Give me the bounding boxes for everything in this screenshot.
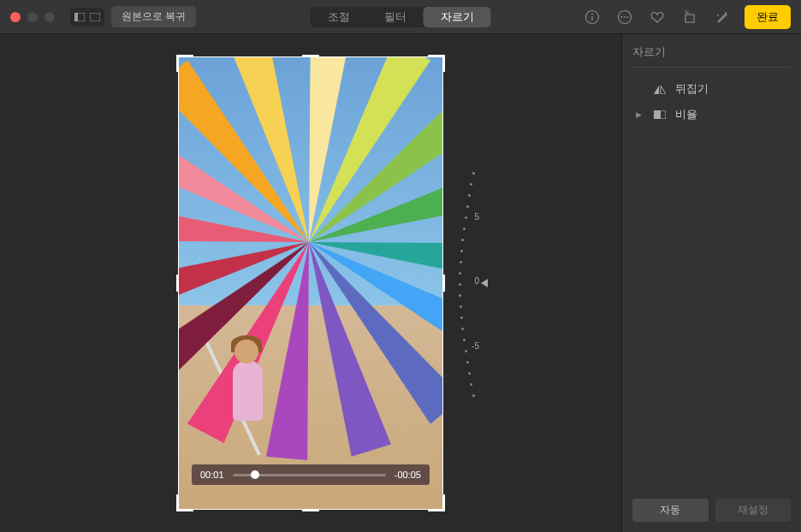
dial-tick <box>459 294 461 297</box>
scrubber-thumb[interactable] <box>251 470 259 479</box>
crop-sidebar: 자르기 뒤집기 ▶ 비율 자동 재설정 <box>621 34 801 532</box>
svg-rect-1 <box>74 13 78 21</box>
dial-tick <box>460 261 462 263</box>
dial-label-pos5: 5 <box>474 212 479 222</box>
sidebar-item-flip[interactable]: 뒤집기 <box>632 76 791 102</box>
more-icon[interactable] <box>614 7 635 27</box>
flip-icon <box>653 84 667 94</box>
crop-handle-tl[interactable] <box>176 55 179 72</box>
crop-handle-tl[interactable] <box>176 55 193 57</box>
video-scrubber[interactable]: 00:01 -00:05 <box>192 464 430 485</box>
rotation-dial[interactable]: 5 0 -5 <box>454 172 488 394</box>
svg-point-9 <box>627 16 629 18</box>
view-toggle[interactable] <box>70 8 104 27</box>
dial-tick <box>460 250 463 252</box>
chevron-right-icon: ▶ <box>636 110 644 119</box>
auto-button[interactable]: 자동 <box>632 499 709 522</box>
svg-rect-2 <box>90 13 100 21</box>
dial-tick <box>466 205 469 208</box>
tab-filters[interactable]: 필터 <box>367 7 424 27</box>
dial-tick <box>470 383 472 386</box>
crop-handle-bl[interactable] <box>176 509 193 511</box>
crop-handle-bottom[interactable] <box>302 509 319 511</box>
toolbar-right: 완료 <box>582 5 791 29</box>
app-window: 원본으로 복귀 조절 필터 자르기 완료 <box>0 0 801 532</box>
dial-tick <box>468 194 471 197</box>
dial-tick <box>460 305 462 308</box>
rotate-icon[interactable] <box>679 7 700 27</box>
sidebar-item-label: 뒤집기 <box>675 81 709 97</box>
svg-rect-12 <box>654 110 661 119</box>
aspect-icon <box>653 110 667 119</box>
info-icon[interactable] <box>582 7 602 27</box>
sidebar-toggle-icon[interactable] <box>72 9 87 25</box>
dial-tick <box>465 350 467 352</box>
photo-umbrella <box>178 85 443 401</box>
tab-crop[interactable]: 자르기 <box>424 7 491 27</box>
dial-label-zero: 0 <box>474 276 479 286</box>
content-area: 00:01 -00:05 <box>0 34 801 532</box>
dial-tick <box>461 239 464 241</box>
dial-marker-icon[interactable] <box>481 279 488 287</box>
maximize-button[interactable] <box>44 12 55 22</box>
tab-adjust[interactable]: 조절 <box>311 7 367 27</box>
svg-rect-5 <box>591 16 592 21</box>
edit-tabs: 조절 필터 자르기 <box>311 7 491 27</box>
canvas-area: 00:01 -00:05 <box>0 34 621 532</box>
dial-tick <box>465 216 467 219</box>
sidebar-footer: 자동 재설정 <box>632 490 791 522</box>
sidebar-item-aspect[interactable]: ▶ 비율 <box>632 102 791 127</box>
crop-frame[interactable]: 00:01 -00:05 <box>178 56 443 510</box>
revert-button[interactable]: 원본으로 복귀 <box>111 6 196 27</box>
titlebar: 원본으로 복귀 조절 필터 자르기 완료 <box>0 0 801 34</box>
remaining-time-label: -00:05 <box>395 470 421 480</box>
dial-tick <box>459 283 461 286</box>
fullview-toggle-icon[interactable] <box>87 9 103 25</box>
crop-handle-bl[interactable] <box>176 494 179 511</box>
favorite-icon[interactable] <box>647 7 668 27</box>
scrubber-track[interactable] <box>233 474 386 476</box>
svg-point-8 <box>624 16 626 18</box>
crop-handle-top[interactable] <box>302 55 319 57</box>
dial-tick <box>460 316 463 319</box>
dial-tick <box>472 172 475 174</box>
window-controls <box>10 12 55 22</box>
dial-tick <box>470 183 472 186</box>
svg-rect-10 <box>685 15 694 22</box>
svg-point-4 <box>591 13 593 15</box>
crop-handle-br[interactable] <box>442 494 445 511</box>
crop-handle-tr[interactable] <box>442 55 445 72</box>
crop-handle-left[interactable] <box>176 275 179 292</box>
dial-tick <box>463 228 466 230</box>
current-time-label: 00:01 <box>200 470 224 480</box>
svg-point-7 <box>621 16 623 18</box>
close-button[interactable] <box>10 12 21 22</box>
sidebar-item-label: 비율 <box>675 107 697 122</box>
dial-tick <box>466 361 469 364</box>
done-button[interactable]: 완료 <box>745 5 791 29</box>
crop-handle-right[interactable] <box>442 275 445 292</box>
enhance-icon[interactable] <box>712 7 733 27</box>
dial-tick <box>461 328 464 330</box>
dial-tick <box>463 339 466 341</box>
minimize-button[interactable] <box>27 12 38 22</box>
dial-label-neg5: -5 <box>472 341 479 351</box>
dial-tick <box>472 394 475 397</box>
sidebar-title: 자르기 <box>632 44 791 68</box>
photo-person <box>226 335 286 455</box>
reset-button[interactable]: 재설정 <box>715 499 792 522</box>
photo-preview: 00:01 -00:05 <box>178 56 443 510</box>
dial-tick <box>459 272 461 275</box>
dial-tick <box>468 372 471 375</box>
